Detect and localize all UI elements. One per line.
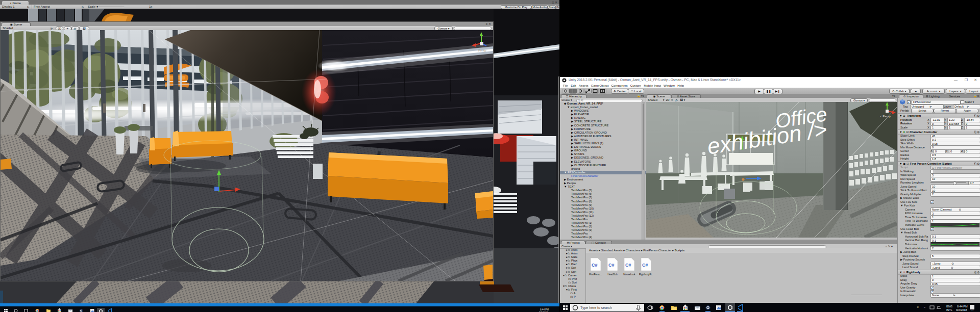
svg-text:Persp: Persp: [478, 49, 486, 52]
svg-text:< Persp: < Persp: [880, 115, 891, 118]
svg-text:FirstPerso...: FirstPerso...: [590, 273, 602, 276]
svg-text:8:44 PM: 8:44 PM: [957, 305, 968, 308]
svg-text:C#: C#: [642, 263, 648, 268]
svg-text:8:44 PM: 8:44 PM: [540, 308, 549, 311]
svg-text:₂₂: ₂₂: [971, 307, 974, 310]
svg-text:MouseLook: MouseLook: [623, 273, 635, 276]
svg-text:C#: C#: [625, 263, 631, 268]
svg-text:ENG: ENG: [946, 305, 952, 308]
svg-text:ᴿ: ᴿ: [917, 306, 919, 309]
svg-text:RigidbodyFi...: RigidbodyFi...: [639, 273, 653, 276]
svg-text:HeadBob: HeadBob: [607, 273, 618, 276]
svg-text:INTL: INTL: [946, 308, 952, 311]
svg-text:9/2/2018: 9/2/2018: [956, 308, 967, 311]
svg-text:C#: C#: [608, 263, 615, 268]
svg-text:C#: C#: [592, 263, 598, 268]
svg-text:Type here to search: Type here to search: [580, 306, 612, 310]
svg-text:^: ^: [924, 306, 925, 309]
